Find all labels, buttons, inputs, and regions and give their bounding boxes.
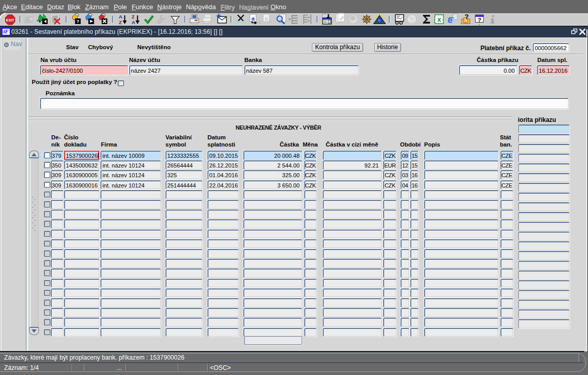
svg-text:a: a bbox=[258, 19, 261, 25]
svg-text:X: X bbox=[437, 16, 442, 23]
svg-text:Z: Z bbox=[132, 14, 135, 19]
svg-text:A: A bbox=[132, 19, 135, 25]
svg-text:a: a bbox=[270, 19, 274, 25]
svg-text:a: a bbox=[251, 15, 255, 21]
svg-text:1315: 1315 bbox=[410, 20, 415, 23]
svg-text:A: A bbox=[119, 14, 122, 19]
svg-text:?: ? bbox=[465, 13, 469, 20]
svg-text:.: . bbox=[479, 22, 480, 25]
svg-text:e: e bbox=[448, 15, 452, 25]
svg-text:Z: Z bbox=[119, 19, 122, 25]
svg-text:?: ? bbox=[76, 19, 79, 24]
svg-text:EXIT: EXIT bbox=[6, 17, 15, 22]
svg-text:a: a bbox=[265, 15, 268, 21]
